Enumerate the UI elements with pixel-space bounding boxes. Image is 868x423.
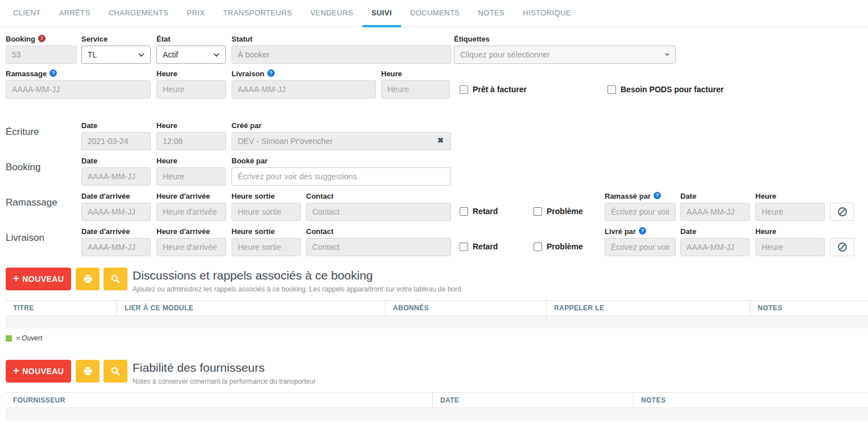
new-fiabilite-button[interactable]: + NOUVEAU [6, 360, 71, 383]
column-fournisseur[interactable]: FOURNISSEUR [6, 393, 432, 408]
tab-vendeurs[interactable]: VENDEURS [301, 0, 362, 27]
discussions-subtitle: Ajoutez ou administrez les rappels assoc… [133, 285, 461, 293]
booke-par-input[interactable] [232, 167, 451, 186]
livraison-date-input[interactable] [232, 80, 376, 98]
tab-chargements[interactable]: CHARGEMENTS [100, 0, 178, 27]
statut-input[interactable] [232, 46, 451, 64]
caret-down-icon [665, 54, 669, 56]
ramassage-probleme-checkbox[interactable] [534, 207, 542, 216]
livraison-cancel-button[interactable] [830, 238, 854, 256]
livraison-heure-label: Heure [381, 69, 450, 78]
ramassage-date-arrivee-input[interactable] [81, 203, 151, 221]
checkbox-livraison-retard[interactable]: Retard [460, 242, 498, 251]
field-booking-heure: Heure [156, 156, 226, 186]
etat-select[interactable]: Actif [156, 46, 226, 64]
ramassage-date-input[interactable] [6, 80, 151, 98]
ramassage-heure-input[interactable] [156, 80, 226, 98]
ramassage-heure-sortie-input[interactable] [232, 203, 301, 221]
field-livraison-contact: Contact [306, 227, 451, 256]
ecriture-heure-input[interactable] [156, 132, 226, 150]
pret-a-facturer-checkbox[interactable] [460, 85, 468, 94]
field-livraison-date-arrivee: Date d'arrivée [81, 227, 151, 256]
livraison-heure-sortie-input[interactable] [232, 238, 301, 256]
ramassage-reel-heure-input[interactable] [755, 203, 825, 221]
tab-documents[interactable]: DOCUMENTS [401, 0, 469, 27]
new-discussion-button[interactable]: + NOUVEAU [6, 268, 71, 290]
pret-a-facturer-label: Prêt à facturer [473, 85, 527, 94]
livraison-reel-date-label: Date [680, 227, 750, 236]
section-ramassage-title: Ramassage [6, 197, 57, 208]
question-circle-icon: ? [49, 69, 57, 77]
ramassage-date-arrivee-label: Date d'arrivée [81, 191, 151, 200]
field-ecriture-date: Date [81, 121, 151, 150]
print-fiabilite-button[interactable] [76, 360, 100, 383]
livraison-heure-input[interactable] [381, 80, 450, 98]
ecriture-date-input[interactable] [81, 132, 151, 150]
tab-suivi[interactable]: SUIVI [362, 0, 401, 27]
tab-transporteurs[interactable]: TRANSPORTEURS [214, 0, 301, 27]
cree-par-input[interactable] [232, 132, 451, 150]
ramassage-heure-arrivee-input[interactable] [156, 203, 226, 221]
livraison-reel-date-input[interactable] [680, 238, 750, 256]
ramassage-reel-date-label: Date [680, 191, 750, 200]
ramassage-cancel-button[interactable] [830, 203, 854, 221]
column-abonnes[interactable]: ABONNÉS [385, 301, 546, 315]
ramassage-contact-input[interactable] [306, 203, 451, 221]
booking-date-input[interactable] [81, 167, 151, 186]
livraison-reel-heure-input[interactable] [755, 238, 825, 256]
column-rappeler-le[interactable]: RAPPELER LE [546, 301, 750, 315]
tab-notes[interactable]: NOTES [469, 0, 514, 27]
ramassage-retard-label: Retard [473, 207, 498, 216]
column-notes[interactable]: NOTES [633, 393, 868, 408]
booking-heure-input[interactable] [156, 167, 226, 186]
ramasse-par-input[interactable] [605, 203, 676, 221]
livraison-date-arrivee-input[interactable] [81, 238, 151, 256]
service-select[interactable]: TL [81, 46, 151, 64]
checkbox-ramassage-probleme[interactable]: Problème [534, 207, 583, 216]
chevron-down-icon [138, 53, 144, 57]
checkbox-pret-a-facturer[interactable]: Prêt à facturer [460, 85, 527, 94]
livraison-heure-arrivee-input[interactable] [156, 238, 226, 256]
column-lier-a-ce-module[interactable]: LIER À CE MODULE [117, 301, 385, 315]
chevron-down-icon [213, 53, 220, 57]
column-notes[interactable]: NOTES [750, 301, 868, 315]
checkbox-ramassage-retard[interactable]: Retard [460, 207, 498, 216]
besoin-pods-checkbox[interactable] [607, 85, 616, 94]
printer-icon [83, 367, 93, 376]
clear-x-icon[interactable]: ✖ [437, 137, 444, 144]
livraison-date-arrivee-label: Date d'arrivée [81, 227, 151, 236]
ramassage-label: Ramassage [6, 69, 47, 78]
search-fiabilite-button[interactable] [104, 360, 127, 383]
checkbox-besoin-pods[interactable]: Besoin PODS pour facturer [607, 85, 724, 94]
livraison-probleme-checkbox[interactable] [534, 243, 542, 251]
livraison-retard-checkbox[interactable] [460, 243, 468, 251]
column-titre[interactable]: TITRE [6, 301, 117, 315]
fiabilite-heading: Fiabilité des fournisseurs Notes à conse… [133, 361, 316, 385]
etiquettes-multiselect[interactable]: Cliquez pour sélectionner [454, 46, 676, 64]
livre-par-input[interactable] [605, 238, 676, 256]
ramassage-reel-date-input[interactable] [680, 203, 750, 221]
legend-ouvert-label: = Ouvert [16, 334, 42, 342]
open-status-swatch [6, 335, 12, 342]
field-booking: Booking! [6, 34, 77, 64]
field-ramassage-heure-sortie: Heure sortie [232, 191, 301, 221]
livraison-heure-arrivee-label: Heure d'arrivée [156, 227, 226, 236]
tab-arrets[interactable]: ARRÊTS [50, 0, 100, 27]
checkbox-livraison-probleme[interactable]: Problème [534, 242, 583, 251]
column-date[interactable]: DATE [432, 393, 633, 408]
field-ramassage-reel-heure: Heure [755, 191, 825, 221]
tab-prix[interactable]: PRIX [177, 0, 214, 27]
ramassage-reel-heure-label: Heure [755, 191, 825, 200]
tab-client[interactable]: CLIENT [4, 0, 50, 27]
ramassage-retard-checkbox[interactable] [460, 207, 468, 216]
tab-historique[interactable]: HISTORIQUE [514, 0, 580, 27]
print-discussions-button[interactable] [76, 268, 100, 290]
livraison-heure-sortie-label: Heure sortie [232, 227, 301, 236]
search-discussions-button[interactable] [104, 268, 127, 290]
fiabilite-table-header: FOURNISSEUR DATE NOTES [6, 392, 868, 408]
field-livraison-reel-heure: Heure [755, 227, 825, 256]
booking-input[interactable] [6, 46, 77, 64]
ramassage-heure-label: Heure [156, 69, 226, 78]
livraison-contact-input[interactable] [306, 238, 451, 256]
cree-par-label: Créé par [232, 121, 451, 130]
